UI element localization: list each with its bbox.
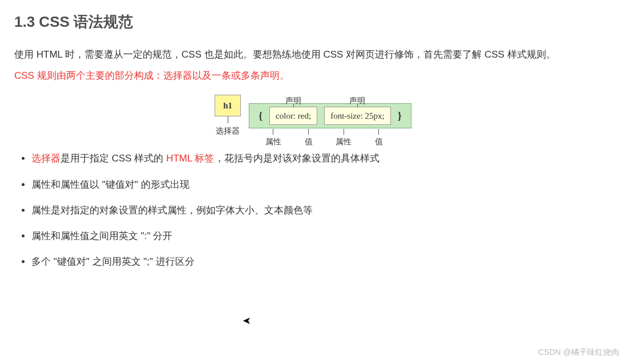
selector-box: h1 [215,95,241,116]
cursor-icon: ➤ [243,313,251,329]
val-label-1: 值 [305,135,313,148]
bullet-1-red-1: 选择器 [31,153,60,164]
declaration-1: 声明 color: red; [269,107,317,125]
bullet-1-text-2: ，花括号内是对该对象设置的具体样式 [215,153,379,164]
bullet-4: 属性和属性值之间用英文 ":" 分开 [31,228,612,244]
bullet-1-red-2: HTML 标签 [166,153,214,164]
section-heading: 1.3 CSS 语法规范 [14,10,612,34]
watermark: CSDN @橘子味红烧肉 [538,346,619,358]
prop-label-2: 属性 [336,135,352,148]
decl-top-label-2: 声明 [349,95,365,107]
brace-close: } [394,108,405,124]
decl1-text: color: red; [276,111,311,120]
decl-top-label-1: 声明 [285,95,301,107]
highlight-paragraph: CSS 规则由两个主要的部分构成：选择器以及一条或多条声明。 [14,68,612,83]
bullet-3: 属性是对指定的对象设置的样式属性，例如字体大小、文本颜色等 [31,203,612,218]
bullet-2: 属性和属性值以 "键值对" 的形式出现 [31,177,612,192]
val-label-2: 值 [375,135,383,148]
selector-label: 选择器 [216,124,240,137]
prop-label-1: 属性 [265,135,281,148]
bullet-1: 选择器是用于指定 CSS 样式的 HTML 标签，花括号内是对该对象设置的具体样… [31,151,612,166]
decl2-text: font-size: 25px; [330,111,385,120]
bullet-list: 选择器是用于指定 CSS 样式的 HTML 标签，花括号内是对该对象设置的具体样… [14,151,612,269]
brace-open: { [255,108,266,124]
css-rule-diagram: h1 选择器 { 声明 color: red; 声明 font-size: 25… [14,95,612,137]
bullet-5: 多个 "键值对" 之间用英文 ";" 进行区分 [31,254,612,269]
intro-paragraph: 使用 HTML 时，需要遵从一定的规范，CSS 也是如此。要想熟练地使用 CSS… [14,47,612,62]
bullet-1-text-1: 是用于指定 CSS 样式的 [60,153,166,164]
declaration-2: 声明 font-size: 25px; [324,107,391,125]
